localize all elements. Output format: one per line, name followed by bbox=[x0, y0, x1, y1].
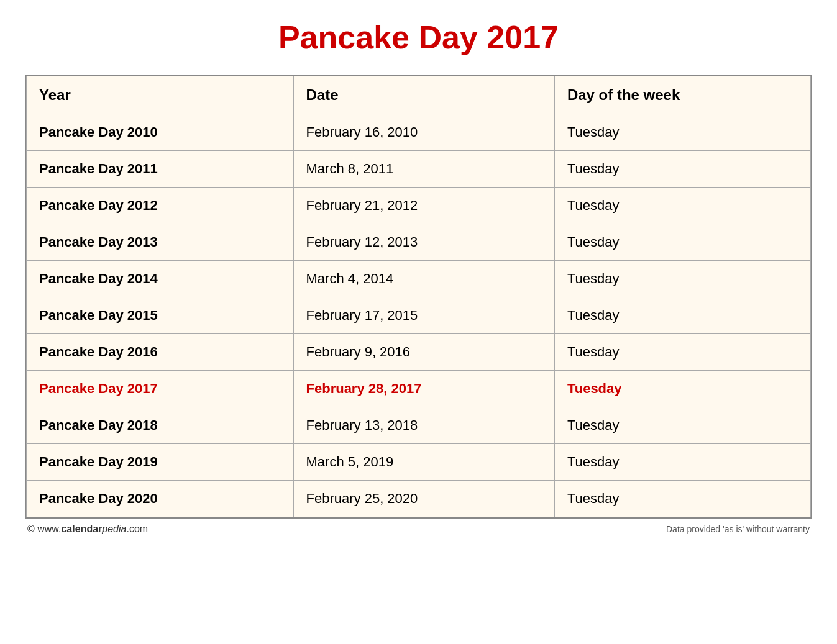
cell-year: Pancake Day 2011 bbox=[27, 151, 294, 188]
table-row: Pancake Day 2015February 17, 2015Tuesday bbox=[27, 297, 811, 334]
pancake-day-table: Year Date Day of the week Pancake Day 20… bbox=[26, 76, 811, 517]
cell-day: Tuesday bbox=[554, 224, 810, 261]
cell-date: February 25, 2020 bbox=[293, 481, 554, 517]
cell-year: Pancake Day 2019 bbox=[27, 444, 294, 481]
cell-date: February 21, 2012 bbox=[293, 188, 554, 224]
footer: © www.calendarpedia.com Data provided 'a… bbox=[25, 524, 812, 535]
cell-year: Pancake Day 2015 bbox=[27, 297, 294, 334]
cell-date: February 17, 2015 bbox=[293, 297, 554, 334]
cell-day: Tuesday bbox=[554, 151, 810, 188]
cell-year: Pancake Day 2010 bbox=[27, 114, 294, 151]
table-row: Pancake Day 2011March 8, 2011Tuesday bbox=[27, 151, 811, 188]
cell-day: Tuesday bbox=[554, 297, 810, 334]
cell-year: Pancake Day 2014 bbox=[27, 261, 294, 297]
cell-day: Tuesday bbox=[554, 407, 810, 444]
table-row: Pancake Day 2013February 12, 2013Tuesday bbox=[27, 224, 811, 261]
col-header-year: Year bbox=[27, 76, 294, 114]
cell-year: Pancake Day 2016 bbox=[27, 334, 294, 371]
cell-date: March 4, 2014 bbox=[293, 261, 554, 297]
table-row: Pancake Day 2017February 28, 2017Tuesday bbox=[27, 371, 811, 407]
cell-year: Pancake Day 2017 bbox=[27, 371, 294, 407]
cell-year: Pancake Day 2018 bbox=[27, 407, 294, 444]
cell-year: Pancake Day 2013 bbox=[27, 224, 294, 261]
table-row: Pancake Day 2014March 4, 2014Tuesday bbox=[27, 261, 811, 297]
col-header-date: Date bbox=[293, 76, 554, 114]
cell-date: February 13, 2018 bbox=[293, 407, 554, 444]
table-row: Pancake Day 2016February 9, 2016Tuesday bbox=[27, 334, 811, 371]
cell-date: February 28, 2017 bbox=[293, 371, 554, 407]
cell-date: March 8, 2011 bbox=[293, 151, 554, 188]
cell-day: Tuesday bbox=[554, 481, 810, 517]
footer-attribution: © www.calendarpedia.com bbox=[27, 524, 148, 535]
table-row: Pancake Day 2018February 13, 2018Tuesday bbox=[27, 407, 811, 444]
cell-date: February 12, 2013 bbox=[293, 224, 554, 261]
table-header-row: Year Date Day of the week bbox=[27, 76, 811, 114]
cell-day: Tuesday bbox=[554, 261, 810, 297]
cell-day: Tuesday bbox=[554, 188, 810, 224]
page-title: Pancake Day 2017 bbox=[278, 19, 559, 56]
cell-day: Tuesday bbox=[554, 444, 810, 481]
cell-day: Tuesday bbox=[554, 334, 810, 371]
col-header-day: Day of the week bbox=[554, 76, 810, 114]
cell-year: Pancake Day 2012 bbox=[27, 188, 294, 224]
footer-disclaimer: Data provided 'as is' without warranty bbox=[666, 524, 810, 534]
cell-date: February 16, 2010 bbox=[293, 114, 554, 151]
data-table-wrapper: Year Date Day of the week Pancake Day 20… bbox=[25, 75, 812, 519]
table-row: Pancake Day 2010February 16, 2010Tuesday bbox=[27, 114, 811, 151]
table-row: Pancake Day 2019March 5, 2019Tuesday bbox=[27, 444, 811, 481]
cell-date: March 5, 2019 bbox=[293, 444, 554, 481]
table-row: Pancake Day 2012February 21, 2012Tuesday bbox=[27, 188, 811, 224]
cell-date: February 9, 2016 bbox=[293, 334, 554, 371]
table-row: Pancake Day 2020February 25, 2020Tuesday bbox=[27, 481, 811, 517]
cell-day: Tuesday bbox=[554, 114, 810, 151]
cell-year: Pancake Day 2020 bbox=[27, 481, 294, 517]
cell-day: Tuesday bbox=[554, 371, 810, 407]
